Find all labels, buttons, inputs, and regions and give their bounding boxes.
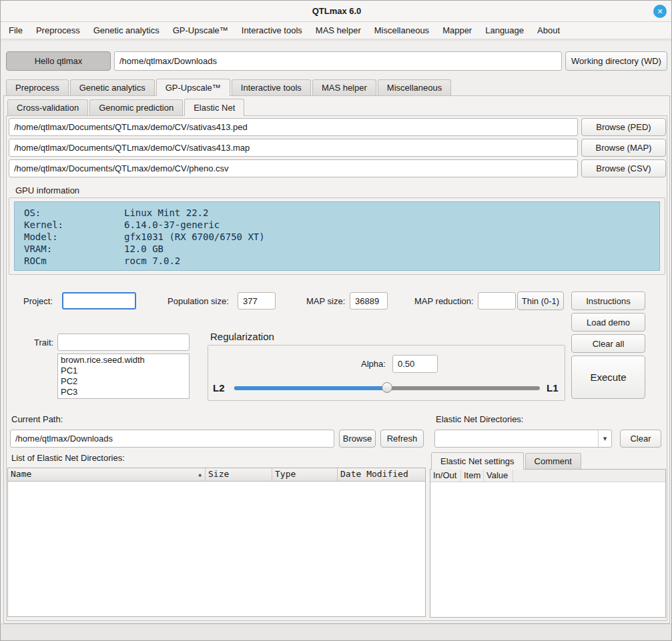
en-directories-combo[interactable]: ▾ xyxy=(434,430,612,448)
tab-mas-helper[interactable]: MAS helper xyxy=(312,79,376,95)
menu-item-language[interactable]: Language xyxy=(478,23,531,39)
csv-file-input[interactable] xyxy=(9,159,578,177)
column-header-inout[interactable]: In/Out xyxy=(430,470,461,482)
instructions-button[interactable]: Instructions xyxy=(571,291,645,310)
tab-interactive-tools[interactable]: Interactive tools xyxy=(232,79,311,95)
map-size-label: MAP size: xyxy=(306,291,345,310)
en-directories-label: Elastic Net Directories: xyxy=(436,414,523,424)
column-header-name[interactable]: Name ▲ xyxy=(8,468,206,481)
browse-map-button[interactable]: Browse (MAP) xyxy=(581,139,666,157)
tab-gp-upscale[interactable]: GP-Upscale™ xyxy=(156,79,230,96)
menu-item-mapper[interactable]: Mapper xyxy=(436,23,478,39)
column-header-item[interactable]: Item xyxy=(461,470,484,482)
browse-csv-button[interactable]: Browse (CSV) xyxy=(581,159,666,177)
trait-list-item[interactable]: brown.rice.seed.width xyxy=(61,355,186,366)
map-reduction-label: MAP reduction: xyxy=(414,291,474,310)
thin-button[interactable]: Thin (0-1) xyxy=(517,291,564,310)
close-button[interactable]: ✕ xyxy=(653,5,667,18)
sort-ascending-icon: ▲ xyxy=(198,472,202,478)
load-demo-button[interactable]: Load demo xyxy=(571,313,645,332)
population-size-input[interactable] xyxy=(238,292,276,309)
menu-item-gp-upscale[interactable]: GP-Upscale™ xyxy=(166,23,235,39)
trait-list-item[interactable]: PC1 xyxy=(61,366,186,376)
tab-miscellaneous[interactable]: Miscellaneous xyxy=(378,79,451,95)
menu-item-miscellaneous[interactable]: Miscellaneous xyxy=(368,23,436,39)
slider-handle[interactable] xyxy=(382,382,392,393)
browse-ped-button[interactable]: Browse (PED) xyxy=(581,118,666,136)
gpu-value: Linux Mint 22.2 xyxy=(124,207,208,218)
gpu-group-label: GPU information xyxy=(15,185,79,195)
column-header-value[interactable]: Value xyxy=(484,470,513,482)
trait-listbox: brown.rice.seed.width PC1 PC2 PC3 xyxy=(57,354,190,399)
settings-tabs: Elastic Net settings Comment xyxy=(431,452,583,470)
menu-item-interactive-tools[interactable]: Interactive tools xyxy=(235,23,309,39)
hello-user-button[interactable]: Hello qtlmax xyxy=(6,51,111,71)
tab-elastic-net[interactable]: Elastic Net xyxy=(184,99,244,116)
gpu-row-kernel: Kernel:6.14.0-37-generic xyxy=(24,219,650,231)
settings-table-body[interactable] xyxy=(430,482,665,617)
gpu-key: Kernel: xyxy=(24,219,124,231)
slider-fill xyxy=(234,386,387,390)
window-title: QTLmax 6.0 xyxy=(1,1,672,22)
clear-button[interactable]: Clear xyxy=(620,430,661,448)
refresh-button[interactable]: Refresh xyxy=(380,430,424,448)
trait-list-item[interactable]: PC3 xyxy=(61,387,186,398)
directory-table-header: Name ▲ Size Type Date Modified xyxy=(8,468,425,482)
alpha-label: Alpha: xyxy=(361,355,386,373)
tab-cross-validation[interactable]: Cross-validation xyxy=(7,99,88,115)
gpu-key: Model: xyxy=(24,231,124,243)
trait-label: Trait: xyxy=(34,334,53,351)
project-label: Project: xyxy=(23,291,53,310)
current-path-input[interactable] xyxy=(10,430,334,448)
clear-all-button[interactable]: Clear all xyxy=(571,334,645,353)
alpha-slider[interactable] xyxy=(234,386,540,390)
population-size-label: Population size: xyxy=(167,291,229,310)
menu-item-about[interactable]: About xyxy=(531,23,567,39)
working-directory-input[interactable] xyxy=(114,51,562,71)
menu-item-preprocess[interactable]: Preprocess xyxy=(29,23,87,39)
column-header-date-modified[interactable]: Date Modified xyxy=(338,468,425,481)
settings-table: In/Out Item Value xyxy=(430,469,666,618)
gpu-key: VRAM: xyxy=(24,243,124,255)
tab-genetic-analytics[interactable]: Genetic analytics xyxy=(70,79,155,95)
menu-item-mas-helper[interactable]: MAS helper xyxy=(309,23,368,39)
browse-button[interactable]: Browse xyxy=(339,430,376,448)
tab-comment[interactable]: Comment xyxy=(525,453,581,469)
column-header-type[interactable]: Type xyxy=(272,468,338,481)
gpu-row-rocm: ROCmrocm 7.0.2 xyxy=(24,255,650,267)
gpu-key: OS: xyxy=(24,207,124,219)
directory-table: Name ▲ Size Type Date Modified xyxy=(7,468,426,617)
column-header-size[interactable]: Size xyxy=(206,468,272,481)
column-header-filler xyxy=(513,470,665,482)
ped-file-input[interactable] xyxy=(9,118,578,136)
tab-preprocess[interactable]: Preprocess xyxy=(6,79,69,95)
menubar: File Preprocess Genetic analytics GP-Ups… xyxy=(1,22,672,39)
trait-list-item[interactable]: PC2 xyxy=(61,376,186,387)
menu-item-genetic-analytics[interactable]: Genetic analytics xyxy=(87,23,166,39)
map-reduction-input[interactable] xyxy=(478,292,516,309)
sub-tabs: Cross-validation Genomic prediction Elas… xyxy=(7,99,246,116)
gpu-value: rocm 7.0.2 xyxy=(124,255,180,266)
gpu-row-model: Model:gfx1031 (RX 6700/6750 XT) xyxy=(24,231,650,243)
directory-list-label: List of Elastic Net Directories: xyxy=(11,452,125,463)
execute-button[interactable]: Execute xyxy=(571,356,645,399)
chevron-down-icon: ▾ xyxy=(598,430,611,447)
l1-label: L1 xyxy=(547,382,559,394)
tab-genomic-prediction[interactable]: Genomic prediction xyxy=(89,99,183,115)
directory-table-body[interactable] xyxy=(8,482,425,616)
regularization-group-label: Regularization xyxy=(210,330,274,342)
map-size-input[interactable] xyxy=(350,292,388,309)
gpu-key: ROCm xyxy=(24,255,124,267)
column-label: Name xyxy=(11,469,31,479)
gpu-row-os: OS:Linux Mint 22.2 xyxy=(24,207,650,219)
tab-elastic-net-settings[interactable]: Elastic Net settings xyxy=(431,452,524,470)
alpha-input[interactable] xyxy=(392,355,438,373)
l2-label: L2 xyxy=(213,382,225,394)
statusbar xyxy=(1,624,672,641)
map-file-input[interactable] xyxy=(9,139,578,157)
current-path-label: Current Path: xyxy=(11,414,63,424)
working-directory-button[interactable]: Working directory (WD) xyxy=(565,51,667,71)
project-input[interactable] xyxy=(62,292,136,309)
menu-item-file[interactable]: File xyxy=(2,23,29,39)
trait-input[interactable] xyxy=(57,334,190,351)
